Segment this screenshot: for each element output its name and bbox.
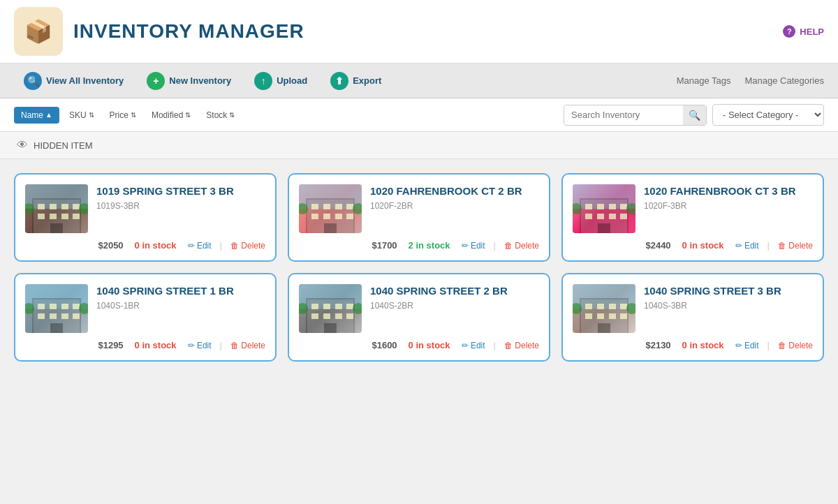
svg-rect-22 [346,204,353,209]
logo-icon: 📦 [24,18,52,45]
inventory-card: 1040 SPRING STREET 1 BR 1040S-1BR $1295 … [14,273,277,362]
svg-rect-35 [597,204,604,209]
card-image [573,184,635,233]
inventory-card: 1020 FAHRENBROOK CT 2 BR 1020F-2BR $1700… [288,173,550,262]
sort-sku-button[interactable]: SKU ⇅ [64,107,100,124]
search-icon: 🔍 [24,72,42,90]
delete-button[interactable]: 🗑 Delete [504,341,539,350]
sort-name-button[interactable]: Name ▲ [14,107,59,124]
card-top: 1020 FAHRENBROOK CT 3 BR 1020F-3BR [573,184,813,233]
edit-button[interactable]: ✏ Edit [735,241,759,251]
card-price: $2050 [98,240,123,251]
card-title: 1019 SPRING STREET 3 BR [96,184,265,198]
svg-rect-21 [335,204,342,209]
inventory-grid: 1019 SPRING STREET 3 BR 1019S-3BR $2050 … [0,159,838,376]
card-info: 1040 SPRING STREET 2 BR 1040S-2BR [370,284,539,311]
help-area[interactable]: ? HELP [783,25,824,38]
card-price: $1295 [98,340,123,350]
upload-button[interactable]: ↑ Upload [244,66,317,96]
svg-rect-36 [609,204,616,209]
header-left: 📦 INVENTORY MANAGER [14,7,304,56]
edit-button[interactable]: ✏ Edit [735,341,759,350]
card-image [25,284,88,333]
svg-rect-41 [620,214,627,219]
edit-button[interactable]: ✏ Edit [188,341,212,350]
card-title: 1040 SPRING STREET 3 BR [644,284,813,298]
card-sku: 1040S-1BR [96,301,265,311]
svg-rect-7 [73,204,80,209]
plus-icon: + [147,72,165,90]
app-title: INVENTORY MANAGER [73,20,304,43]
card-actions: ✏ Edit | 🗑 Delete [735,240,813,251]
card-price: $2440 [645,240,670,251]
svg-rect-52 [73,304,80,309]
svg-rect-9 [50,214,57,219]
search-controls: 🔍 - Select Category - [564,104,824,126]
edit-button[interactable]: ✏ Edit [462,341,485,350]
search-button[interactable]: 🔍 [683,105,706,125]
card-sku: 1040S-3BR [644,301,813,311]
svg-rect-85 [609,313,616,319]
svg-rect-11 [73,214,80,219]
sort-modified-arrows: ⇅ [185,111,191,119]
export-button[interactable]: ⬆ Export [321,66,391,96]
sort-modified-button[interactable]: Modified ⇅ [146,107,196,124]
navbar: 🔍 View All Inventory + New Inventory ↑ U… [0,64,838,98]
delete-button[interactable]: 🗑 Delete [778,341,813,350]
edit-button[interactable]: ✏ Edit [188,241,212,251]
svg-rect-39 [597,214,604,219]
card-image [573,284,635,333]
building-svg [25,184,88,233]
logo-box: 📦 [14,7,63,56]
svg-rect-84 [597,313,604,319]
card-actions: ✏ Edit | 🗑 Delete [188,340,265,350]
card-bottom: $2440 0 in stock ✏ Edit | 🗑 Delete [573,237,813,251]
svg-rect-81 [609,304,616,309]
svg-rect-34 [585,204,592,209]
delete-button[interactable]: 🗑 Delete [778,241,813,251]
category-select[interactable]: - Select Category - [712,104,824,126]
svg-rect-69 [323,313,330,319]
svg-rect-87 [598,323,610,333]
hidden-item-bar: 👁 HIDDEN ITEM [0,132,838,159]
delete-button[interactable]: 🗑 Delete [504,241,539,251]
card-bottom: $2050 0 in stock ✏ Edit | 🗑 Delete [25,237,265,251]
new-inventory-button[interactable]: + New Inventory [137,66,241,96]
sort-price-button[interactable]: Price ⇅ [104,107,142,124]
svg-rect-42 [598,223,610,233]
delete-button[interactable]: 🗑 Delete [230,341,265,350]
card-actions: ✏ Edit | 🗑 Delete [462,340,539,350]
card-sku: 1020F-2BR [370,201,539,211]
card-image [25,184,88,233]
export-icon: ⬆ [330,72,348,90]
svg-rect-54 [50,313,57,319]
svg-rect-68 [311,313,318,319]
card-top: 1040 SPRING STREET 3 BR 1040S-3BR [573,284,813,333]
help-link[interactable]: HELP [800,27,824,37]
card-top: 1040 SPRING STREET 1 BR 1040S-1BR [25,284,265,333]
svg-rect-10 [61,214,68,219]
svg-rect-50 [50,304,57,309]
manage-tags-link[interactable]: Manage Tags [677,75,731,86]
svg-rect-26 [346,214,353,219]
upload-icon: ↑ [254,72,272,90]
hidden-item-label: HIDDEN ITEM [34,140,93,151]
edit-button[interactable]: ✏ Edit [462,241,485,251]
svg-rect-86 [620,313,627,319]
card-info: 1019 SPRING STREET 3 BR 1019S-3BR [96,184,265,211]
search-input[interactable] [564,105,683,124]
view-all-button[interactable]: 🔍 View All Inventory [14,66,133,96]
svg-rect-72 [324,323,337,333]
card-bottom: $1600 0 in stock ✏ Edit | 🗑 Delete [299,337,539,350]
manage-categories-link[interactable]: Manage Categories [745,75,824,86]
sort-stock-button[interactable]: Stock ⇅ [200,107,240,124]
card-top: 1040 SPRING STREET 2 BR 1040S-2BR [299,284,539,333]
sort-stock-arrows: ⇅ [229,111,235,119]
card-price: $1700 [372,240,397,251]
svg-rect-40 [609,214,616,219]
svg-rect-57 [50,323,63,333]
svg-rect-82 [620,304,627,309]
delete-button[interactable]: 🗑 Delete [230,241,265,251]
svg-rect-56 [73,313,80,319]
svg-rect-67 [346,304,353,309]
